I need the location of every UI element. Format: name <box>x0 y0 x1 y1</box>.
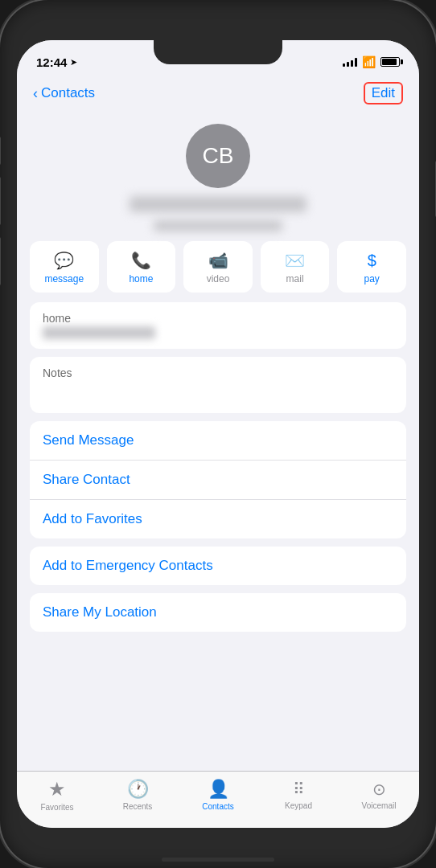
share-location-label: Share My Location <box>43 604 157 620</box>
video-icon: 📹 <box>208 251 228 270</box>
tab-favorites[interactable]: ★ Favorites <box>33 778 81 812</box>
tab-keypad[interactable]: ⠿ Keypad <box>274 780 323 810</box>
phone-info-row: home <box>30 302 406 349</box>
tab-contacts[interactable]: 👤 Contacts <box>194 779 242 811</box>
recents-tab-label: Recents <box>123 802 153 811</box>
message-icon: 💬 <box>54 251 74 270</box>
mail-icon: ✉️ <box>285 251 305 270</box>
voicemail-tab-label: Voicemail <box>362 801 397 810</box>
phone-label: home <box>43 312 393 325</box>
keypad-icon: ⠿ <box>293 780 305 799</box>
action-list-section-2: Add to Emergency Contacts <box>30 547 406 585</box>
signal-icon <box>343 57 357 67</box>
back-label: Contacts <box>41 85 95 101</box>
emergency-contacts-item[interactable]: Add to Emergency Contacts <box>30 547 406 585</box>
tab-recents[interactable]: 🕐 Recents <box>113 779 162 811</box>
recents-icon: 🕐 <box>127 779 149 800</box>
back-button[interactable]: ‹ Contacts <box>33 85 95 102</box>
send-message-label: Send Message <box>43 432 134 448</box>
tab-bar: ★ Favorites 🕐 Recents 👤 Contacts ⠿ Keypa… <box>17 771 419 828</box>
mail-label: mail <box>286 273 304 285</box>
status-icons: 📶 <box>343 55 400 68</box>
video-label: video <box>207 273 230 285</box>
add-favorites-item[interactable]: Add to Favorites <box>30 500 406 538</box>
emergency-contacts-label: Add to Emergency Contacts <box>43 558 213 573</box>
send-message-item[interactable]: Send Message <box>30 421 406 461</box>
avatar: CB <box>186 124 250 188</box>
home-label: home <box>129 273 153 285</box>
favorites-icon: ★ <box>48 778 66 800</box>
wifi-icon: 📶 <box>362 55 376 68</box>
home-call-button[interactable]: 📞 home <box>107 241 176 293</box>
avatar-section: CB <box>17 111 419 241</box>
phone-frame: 12:44 ➤ 📶 ‹ Contacts <box>0 0 436 868</box>
silent-switch <box>0 137 1 165</box>
tab-voicemail[interactable]: ⊙ Voicemail <box>355 780 403 810</box>
nav-bar: ‹ Contacts Edit <box>17 76 419 111</box>
add-favorites-label: Add to Favorites <box>43 511 142 526</box>
edit-button[interactable]: Edit <box>364 82 403 104</box>
location-arrow-icon: ➤ <box>70 57 77 68</box>
mail-button[interactable]: ✉️ mail <box>261 241 330 293</box>
battery-icon <box>380 57 400 67</box>
notes-card: Notes <box>30 357 406 413</box>
message-label: message <box>44 273 84 285</box>
notes-row: Notes <box>30 357 406 413</box>
volume-up-button <box>0 177 1 225</box>
phone-icon: 📞 <box>131 251 151 270</box>
status-time: 12:44 <box>36 55 67 69</box>
video-button[interactable]: 📹 video <box>183 241 253 293</box>
phone-info-card: home <box>30 302 406 349</box>
voicemail-icon: ⊙ <box>372 780 386 799</box>
contacts-icon: 👤 <box>208 779 229 800</box>
share-contact-label: Share Contact <box>43 472 130 487</box>
phone-screen: 12:44 ➤ 📶 ‹ Contacts <box>17 40 419 828</box>
notes-label: Notes <box>43 366 393 379</box>
keypad-tab-label: Keypad <box>285 801 312 810</box>
phone-value-blur <box>43 326 155 339</box>
pay-label: pay <box>364 273 380 285</box>
message-button[interactable]: 💬 message <box>30 241 99 293</box>
share-contact-item[interactable]: Share Contact <box>30 461 406 500</box>
contact-subtitle-blur <box>154 220 282 231</box>
action-list-section-1: Send Message Share Contact Add to Favori… <box>30 421 406 538</box>
home-indicator <box>162 858 274 862</box>
notch <box>154 40 282 64</box>
avatar-initials: CB <box>203 143 234 169</box>
contact-name-blur <box>130 196 306 212</box>
chevron-left-icon: ‹ <box>33 85 38 102</box>
pay-button[interactable]: $ pay <box>337 241 406 293</box>
content-scroll[interactable]: CB 💬 message 📞 home 📹 video <box>17 111 419 771</box>
volume-down-button <box>0 237 1 285</box>
action-buttons-row: 💬 message 📞 home 📹 video ✉️ mail $ <box>17 241 419 302</box>
action-list-section-3: Share My Location <box>30 593 406 632</box>
favorites-tab-label: Favorites <box>40 803 73 812</box>
pay-icon: $ <box>368 252 376 270</box>
share-location-item[interactable]: Share My Location <box>30 593 406 632</box>
contacts-tab-label: Contacts <box>202 802 233 811</box>
